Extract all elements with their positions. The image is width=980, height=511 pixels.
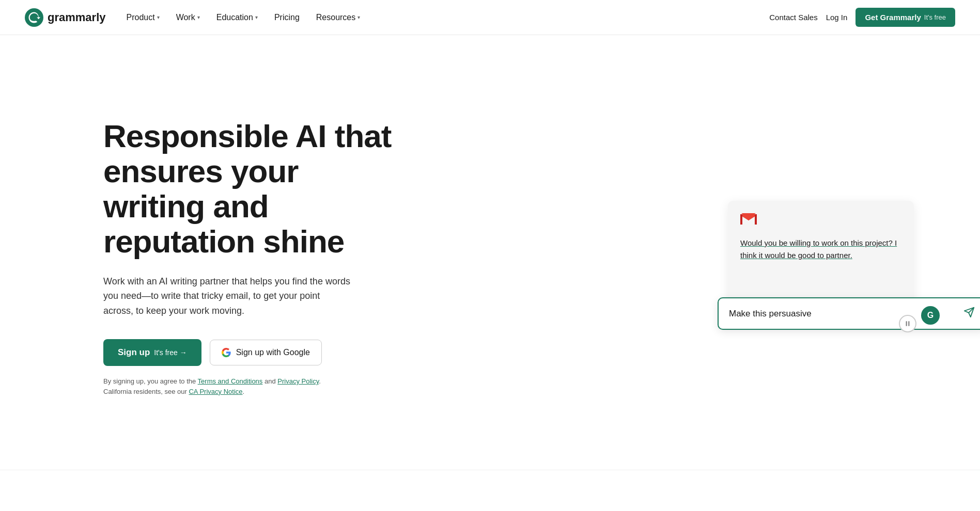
grammarly-logo-icon — [25, 8, 43, 27]
ca-privacy-link[interactable]: CA Privacy Notice — [189, 388, 242, 395]
grammarly-badge: G — [921, 306, 940, 325]
hero-disclaimer: By signing up, you agree to the Terms an… — [103, 376, 393, 396]
hero-right: Would you be willing to work on this pro… — [728, 201, 955, 314]
nav-item-pricing[interactable]: Pricing — [266, 9, 308, 26]
svg-rect-5 — [906, 321, 907, 326]
nav-logo[interactable]: grammarly — [25, 8, 106, 27]
nav-item-education[interactable]: Education ▾ — [208, 9, 266, 26]
svg-rect-4 — [755, 214, 757, 225]
ai-send-button[interactable] — [963, 307, 975, 321]
nav-item-work[interactable]: Work ▾ — [168, 9, 208, 26]
signup-google-button[interactable]: Sign up with Google — [210, 340, 322, 365]
hero-buttons: Sign up It's free → Sign up with Google — [103, 339, 393, 366]
navbar: grammarly Product ▾ Work ▾ Education ▾ P… — [0, 0, 980, 35]
chevron-down-icon: ▾ — [157, 14, 160, 20]
gmail-icon — [740, 213, 901, 228]
chevron-down-icon: ▾ — [197, 14, 200, 20]
privacy-link[interactable]: Privacy Policy — [277, 377, 319, 385]
ai-prompt-text: Make this persuasive — [729, 309, 812, 319]
google-logo-icon — [222, 348, 231, 357]
hero-left: Responsible AI that ensures your writing… — [103, 119, 393, 396]
nav-items: Product ▾ Work ▾ Education ▾ Pricing Res… — [118, 9, 369, 26]
terms-link[interactable]: Terms and Conditions — [198, 377, 263, 385]
gmail-logo-icon — [740, 213, 757, 226]
contact-sales-link[interactable]: Contact Sales — [769, 13, 817, 22]
pause-icon — [904, 320, 911, 327]
nav-right: Contact Sales Log In Get Grammarly It's … — [769, 8, 955, 27]
chevron-down-icon: ▾ — [255, 14, 258, 20]
hero-headline: Responsible AI that ensures your writing… — [103, 119, 393, 260]
send-icon — [963, 307, 975, 318]
pause-button[interactable] — [899, 315, 916, 332]
get-grammarly-button[interactable]: Get Grammarly It's free — [855, 8, 955, 27]
nav-item-product[interactable]: Product ▾ — [118, 9, 168, 26]
svg-rect-3 — [740, 214, 742, 225]
email-body-text: Would you be willing to work on this pro… — [740, 237, 901, 262]
hero-section: Responsible AI that ensures your writing… — [0, 35, 980, 470]
hero-subtext: Work with an AI writing partner that hel… — [103, 274, 351, 318]
svg-rect-6 — [908, 321, 909, 326]
nav-logo-text: grammarly — [48, 11, 106, 24]
trusted-section: Trusted by 70,000+ teams and 30 million … — [0, 470, 980, 511]
ai-input-card: Make this persuasive — [718, 297, 980, 330]
svg-point-0 — [25, 8, 43, 27]
nav-item-resources[interactable]: Resources ▾ — [308, 9, 368, 26]
chevron-down-icon: ▾ — [357, 14, 360, 20]
signup-button[interactable]: Sign up It's free → — [103, 339, 201, 366]
login-link[interactable]: Log In — [826, 13, 848, 22]
nav-left: grammarly Product ▾ Work ▾ Education ▾ P… — [25, 8, 368, 27]
